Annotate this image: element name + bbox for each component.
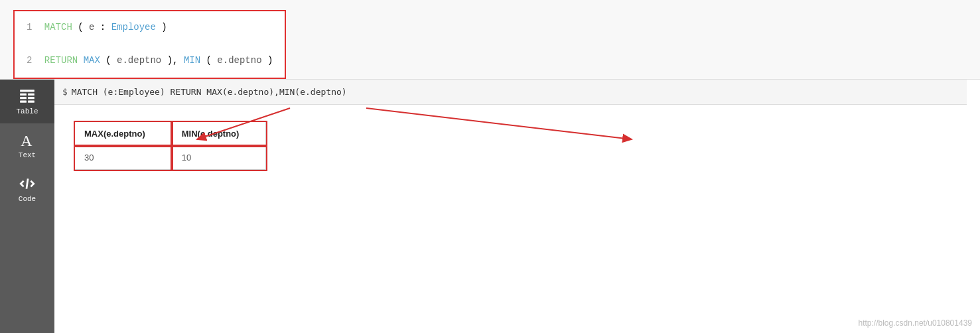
svg-rect-3 — [20, 97, 27, 99]
watermark: http://blog.csdn.net/u010801439 — [859, 318, 972, 328]
code-e-deptno-2: e.deptno — [217, 55, 261, 66]
col-header-min: MIN(e.deptno) — [172, 122, 266, 146]
col-header-max: MAX(e.deptno) — [75, 122, 173, 146]
code-open: ( — [105, 55, 111, 66]
code-line-2: 2 RETURN MAX ( e.deptno ), MIN ( e.deptn… — [27, 52, 273, 69]
code-open2: ( — [206, 55, 212, 66]
sidebar-item-text[interactable]: A Text — [0, 123, 54, 167]
func-min: MIN — [184, 55, 200, 66]
text-icon: A — [19, 131, 36, 149]
table-icon — [19, 88, 36, 105]
svg-rect-2 — [28, 94, 35, 96]
query-text: MATCH (e:Employee) RETURN MAX(e.deptno),… — [72, 87, 347, 97]
code-editor: 1 MATCH ( e : Employee ) 2 RETURN MAX ( … — [0, 0, 980, 80]
col-value-max: 30 — [75, 146, 173, 170]
sidebar-label-table: Table — [16, 107, 38, 115]
sidebar-item-table[interactable]: Table — [0, 80, 54, 123]
query-prefix: $ — [62, 87, 68, 97]
line-number-2: 2 — [27, 55, 32, 66]
sidebar-item-code[interactable]: Code — [0, 167, 54, 211]
svg-text:A: A — [21, 132, 33, 149]
svg-rect-6 — [28, 101, 35, 103]
code-box: 1 MATCH ( e : Employee ) 2 RETURN MAX ( … — [13, 10, 286, 79]
line-number-1: 1 — [27, 22, 32, 33]
svg-rect-5 — [20, 101, 27, 103]
func-max: MAX — [84, 55, 100, 66]
code-close-comma: ), — [167, 55, 178, 66]
code-var-e: e — [89, 22, 94, 33]
code-node-employee: Employee — [111, 22, 156, 33]
result-table: MAX(e.deptno) MIN(e.deptno) 30 10 — [74, 121, 266, 170]
code-colon: : — [100, 22, 105, 33]
code-close-paren: ) — [161, 22, 167, 33]
sidebar: Table A Text Code — [0, 80, 54, 333]
svg-rect-1 — [20, 94, 27, 96]
code-e-deptno-1: e.deptno — [117, 55, 161, 66]
query-bar: $ MATCH (e:Employee) RETURN MAX(e.deptno… — [54, 80, 967, 105]
results-area: Table A Text Code $ MATCH (e:Employee) R… — [0, 80, 980, 333]
sidebar-label-code: Code — [19, 195, 36, 203]
table-content: MAX(e.deptno) MIN(e.deptno) 30 10 — [54, 105, 980, 333]
code-line-1: 1 MATCH ( e : Employee ) — [27, 19, 273, 36]
code-paren: ( — [78, 22, 83, 33]
svg-rect-0 — [20, 90, 35, 92]
code-close2: ) — [267, 55, 273, 66]
svg-rect-4 — [28, 97, 35, 99]
keyword-return: RETURN — [44, 55, 84, 66]
code-icon — [19, 175, 36, 192]
sidebar-label-text: Text — [19, 151, 36, 159]
svg-line-11 — [366, 108, 632, 139]
col-value-min: 10 — [172, 146, 266, 170]
svg-line-8 — [27, 178, 28, 188]
keyword-match: MATCH — [44, 22, 78, 33]
